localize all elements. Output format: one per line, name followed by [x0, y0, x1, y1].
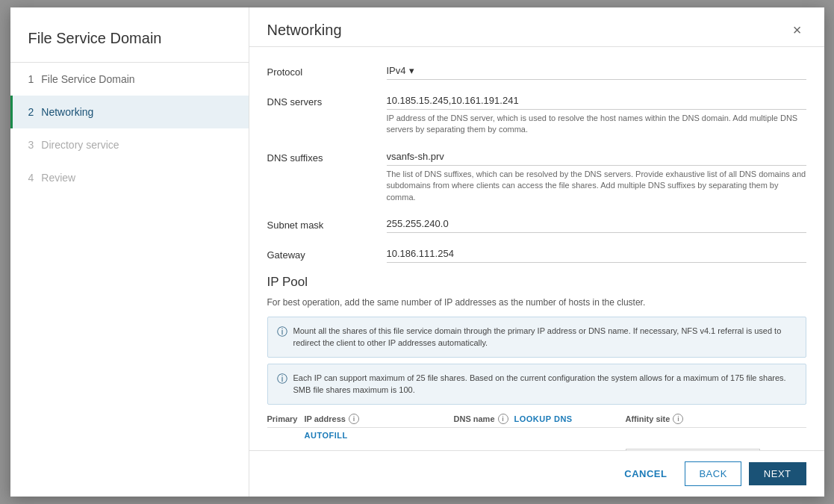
section-title: Networking — [267, 22, 342, 39]
modal: File Service Domain 1 File Service Domai… — [10, 7, 824, 497]
col-affinity-header: Affinity site i — [626, 414, 760, 424]
protocol-dropdown-icon: ▾ — [409, 65, 414, 76]
step-1-number: 1 — [28, 73, 34, 85]
protocol-row: Protocol IPv4 ▾ — [267, 62, 806, 80]
dns-suffixes-input[interactable] — [387, 148, 806, 166]
subnet-mask-input[interactable] — [387, 215, 806, 233]
step-3-number: 3 — [28, 139, 34, 151]
sidebar-item-label-1: File Service Domain — [41, 73, 134, 85]
lookup-dns-button[interactable]: LOOKUP DNS — [514, 414, 573, 423]
protocol-select[interactable]: IPv4 ▾ — [387, 62, 806, 80]
modal-footer: CANCEL BACK NEXT — [249, 450, 824, 497]
protocol-label: Protocol — [267, 62, 387, 78]
table-row: Either ▾ — [267, 444, 806, 450]
col-affinity-label: Affinity site — [626, 414, 670, 423]
col-dns-header: DNS name i LOOKUP DNS — [454, 414, 626, 424]
info-text-1: Mount all the shares of this file servic… — [293, 325, 797, 349]
sidebar-item-directory-service: 3 Directory service — [10, 128, 249, 161]
step-2-number: 2 — [28, 106, 34, 118]
subnet-mask-row: Subnet mask — [267, 215, 806, 233]
protocol-value: IPv4 ▾ — [387, 62, 806, 80]
sidebar-title: File Service Domain — [10, 22, 249, 63]
sidebar: File Service Domain 1 File Service Domai… — [10, 7, 249, 497]
ip-table-header: Primary IP address i DNS name i — [267, 411, 806, 428]
dns-suffixes-row: DNS suffixes The list of DNS suffixes, w… — [267, 148, 806, 203]
affinity-header-info: Affinity site i — [626, 414, 760, 424]
dns-servers-row: DNS servers IP address of the DNS server… — [267, 92, 806, 136]
close-button[interactable]: × — [788, 21, 806, 39]
info-icon-1: ⓘ — [277, 326, 287, 339]
dns-servers-value-container: IP address of the DNS server, which is u… — [387, 92, 806, 136]
dns-info-icon[interactable]: i — [498, 414, 508, 424]
info-icon-2: ⓘ — [277, 373, 287, 386]
gateway-value-container — [387, 245, 806, 263]
sidebar-item-review: 4 Review — [10, 161, 249, 194]
main-scroll-area: Protocol IPv4 ▾ DNS servers — [249, 47, 824, 450]
sidebar-item-label-3: Directory service — [41, 139, 119, 151]
main-content: Networking × Protocol IPv4 ▾ — [249, 7, 824, 497]
protocol-select-value: IPv4 — [387, 65, 406, 76]
main-header: Networking × — [249, 7, 824, 47]
gateway-input[interactable] — [387, 245, 806, 263]
dns-suffixes-value-container: The list of DNS suffixes, which can be r… — [387, 148, 806, 203]
ip-header-info: IP address i — [305, 414, 454, 424]
ip-info-icon[interactable]: i — [349, 414, 359, 424]
step-4-number: 4 — [28, 172, 34, 184]
dns-servers-help: IP address of the DNS server, which is u… — [387, 113, 806, 136]
gateway-label: Gateway — [267, 245, 387, 261]
autofill-button[interactable]: AUTOFILL — [305, 431, 806, 440]
info-text-2: Each IP can support maximum of 25 file s… — [293, 372, 797, 396]
cancel-button[interactable]: CANCEL — [614, 462, 677, 485]
modal-body: File Service Domain 1 File Service Domai… — [10, 7, 824, 497]
sidebar-item-file-service-domain[interactable]: 1 File Service Domain — [10, 63, 249, 96]
ip-pool-section: IP Pool For best operation, add the same… — [267, 275, 806, 450]
sidebar-item-label-4: Review — [41, 172, 75, 184]
affinity-info-icon[interactable]: i — [673, 414, 683, 424]
info-box-1: ⓘ Mount all the shares of this file serv… — [267, 317, 806, 358]
ip-pool-description: For best operation, add the same number … — [267, 297, 806, 308]
dns-header-info: DNS name i LOOKUP DNS — [454, 414, 626, 424]
subnet-mask-value-container — [387, 215, 806, 233]
dns-servers-label: DNS servers — [267, 92, 387, 108]
col-dns-label: DNS name — [454, 414, 495, 423]
col-primary-header: Primary — [267, 414, 305, 423]
back-button[interactable]: BACK — [685, 461, 741, 486]
subnet-mask-label: Subnet mask — [267, 215, 387, 231]
gateway-row: Gateway — [267, 245, 806, 263]
sidebar-item-label-2: Networking — [41, 106, 93, 118]
dns-servers-input[interactable] — [387, 92, 806, 110]
dns-suffixes-label: DNS suffixes — [267, 148, 387, 164]
sidebar-item-networking[interactable]: 2 Networking — [10, 96, 249, 128]
modal-overlay: File Service Domain 1 File Service Domai… — [0, 0, 834, 504]
next-button[interactable]: NEXT — [749, 462, 806, 485]
col-ip-label: IP address — [305, 414, 346, 423]
ip-pool-title: IP Pool — [267, 275, 806, 290]
info-box-2: ⓘ Each IP can support maximum of 25 file… — [267, 364, 806, 405]
col-ip-header: IP address i — [305, 414, 454, 424]
dns-suffixes-help: The list of DNS suffixes, which can be r… — [387, 169, 806, 203]
